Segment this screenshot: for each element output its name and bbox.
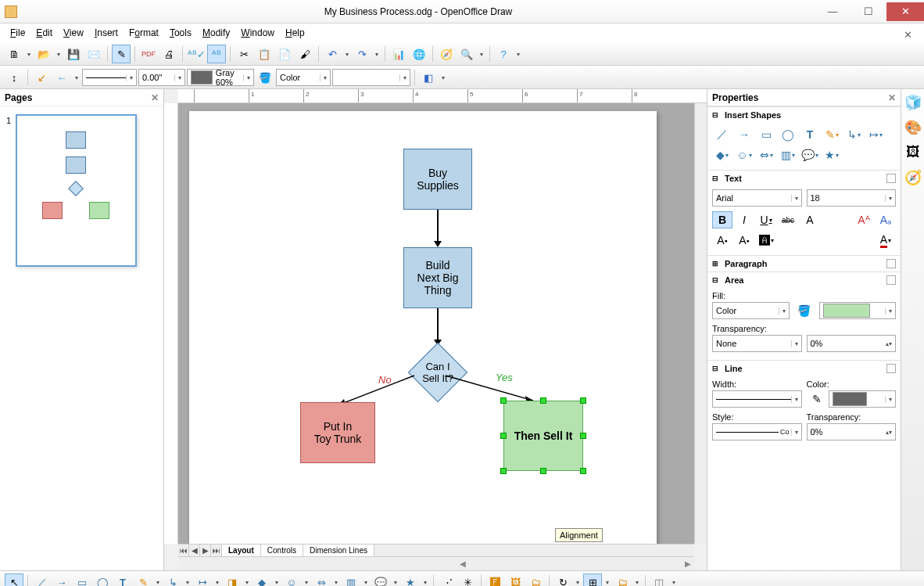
drawing-more[interactable]: ▾ <box>670 579 678 586</box>
paste-button[interactable]: 📄 <box>275 45 294 63</box>
line-arrow-tool[interactable]: ↦ <box>193 573 212 587</box>
arrow-style-button[interactable]: ↕ <box>5 68 23 87</box>
menu-tools[interactable]: Tools <box>164 25 197 41</box>
properties-tab-icon[interactable]: 🧊 <box>904 94 922 111</box>
pages-close-icon[interactable]: ✕ <box>151 92 159 103</box>
trans-mode-combo[interactable]: None▾ <box>712 335 802 352</box>
connector-1[interactable] <box>437 210 439 243</box>
section-paragraph[interactable]: Paragraph <box>725 259 767 268</box>
paragraph-more-icon[interactable] <box>886 259 896 268</box>
undo-dropdown[interactable]: ▾ <box>343 51 351 58</box>
rect-tool[interactable]: ▭ <box>756 126 776 143</box>
fill-mode-combo[interactable]: Color▾ <box>276 69 331 86</box>
properties-close-icon[interactable]: ✕ <box>888 92 896 103</box>
text-more-icon[interactable] <box>886 174 896 183</box>
menu-file[interactable]: File <box>5 25 30 41</box>
navigator-tab-icon[interactable]: 🧭 <box>904 169 922 186</box>
underline-button[interactable]: U▾ <box>756 211 776 228</box>
shape-put-trunk[interactable]: Put In Toy Trunk <box>300 402 375 463</box>
tab-first[interactable]: ⏮ <box>178 545 189 556</box>
toolbar2-more[interactable]: ▾ <box>439 74 447 81</box>
area-more-icon[interactable] <box>886 275 896 285</box>
fill-color-combo[interactable]: ▾ <box>332 69 410 86</box>
shape-can-sell[interactable]: Can I Sell It? <box>408 343 467 402</box>
line-color-combo[interactable]: Gray 60%▾ <box>187 69 254 86</box>
edit-button[interactable]: ✎ <box>112 45 131 63</box>
vertical-scrollbar[interactable] <box>694 103 707 544</box>
autospell-button[interactable]: ᴬᴮ <box>207 45 226 63</box>
line-style-combo[interactable]: ▾ <box>82 69 137 86</box>
hyperlink-button[interactable]: 🌐 <box>410 45 428 63</box>
line-width-combo[interactable]: ▾ <box>712 390 802 408</box>
tab-last[interactable]: ⏭ <box>211 545 222 556</box>
symbol-tool[interactable]: ☺ <box>282 573 301 587</box>
arrow-tool[interactable]: → <box>734 126 754 143</box>
font-color-button[interactable]: A▾ <box>876 232 896 249</box>
open-dropdown[interactable]: ▾ <box>55 51 63 58</box>
email-button[interactable]: ✉️ <box>84 45 103 63</box>
text-tool[interactable]: T <box>113 573 132 587</box>
font-size-combo[interactable]: 18▾ <box>807 189 897 207</box>
pencil-icon[interactable]: ✎ <box>807 390 827 408</box>
menu-format[interactable]: Format <box>124 25 164 41</box>
redo-button[interactable]: ↷ <box>353 45 371 63</box>
arrange-tool[interactable]: 🗂 <box>613 573 632 587</box>
navigator-button[interactable]: 🧭 <box>437 45 456 63</box>
styles-tab-icon[interactable]: 🎨 <box>904 119 922 136</box>
highlight-button[interactable]: 🅰▾ <box>756 232 776 249</box>
tab-prev[interactable]: ◀ <box>189 545 200 556</box>
line-tool[interactable]: ／ <box>712 126 732 143</box>
pdf-button[interactable]: PDF <box>139 45 158 63</box>
flowchart-tool[interactable]: ▥ <box>342 573 360 587</box>
increase-font-button[interactable]: Aᴬ <box>854 211 874 228</box>
text-tool[interactable]: T <box>800 126 820 143</box>
tab-controls[interactable]: Controls <box>261 545 303 556</box>
gallery-tab-icon[interactable]: 🖼 <box>904 144 922 161</box>
block-arrows-tool[interactable]: ⇔▾ <box>756 146 776 164</box>
line-arrow-button[interactable]: ← <box>52 68 71 87</box>
gallery-tool[interactable]: 🗂 <box>526 573 545 587</box>
new-dropdown[interactable]: ▾ <box>25 51 33 58</box>
page-thumbnail[interactable]: 1 <box>16 114 137 267</box>
tab-dimension[interactable]: Dimension Lines <box>303 545 374 556</box>
shadow-text-button[interactable]: A <box>800 211 820 228</box>
rotate-tool[interactable]: ↻ <box>553 573 572 587</box>
cut-button[interactable]: ✂ <box>235 45 253 63</box>
glue-points-tool[interactable]: ✳ <box>458 573 477 587</box>
alignment-tool[interactable]: ⊞ <box>583 573 602 587</box>
section-insert-shapes[interactable]: Insert Shapes <box>725 110 781 120</box>
menu-edit[interactable]: Edit <box>30 25 58 41</box>
sub-button[interactable]: A● <box>734 232 754 249</box>
shape-build-next[interactable]: Build Next Big Thing <box>403 247 472 308</box>
fill-mode-combo[interactable]: Color▾ <box>712 302 790 319</box>
zoom-button[interactable]: 🔍 <box>457 45 476 63</box>
callout-tool[interactable]: 💬▾ <box>800 146 820 164</box>
help-button[interactable]: ? <box>494 45 513 63</box>
spellcheck-button[interactable]: ᴬᴮ✓ <box>187 45 206 63</box>
super-button[interactable]: A● <box>712 232 732 249</box>
basic-shapes-tool[interactable]: ◆ <box>252 573 271 587</box>
copy-button[interactable]: 📋 <box>255 45 274 63</box>
curve-tool[interactable]: ✎ <box>134 573 152 587</box>
star-tool[interactable]: ★▾ <box>822 146 842 164</box>
ellipse-tool[interactable]: ◯ <box>93 573 112 587</box>
font-combo[interactable]: Arial▾ <box>712 189 802 207</box>
select-tool[interactable]: ↖ <box>5 573 23 587</box>
undo-button[interactable]: ↶ <box>323 45 342 63</box>
menu-help[interactable]: Help <box>280 25 310 41</box>
bold-button[interactable]: B <box>712 211 732 228</box>
format-paint-button[interactable]: 🖌 <box>295 45 314 63</box>
line-width-combo[interactable]: 0.00"▾ <box>138 69 185 86</box>
tab-layout[interactable]: Layout <box>222 545 261 556</box>
save-button[interactable]: 💾 <box>64 45 83 63</box>
menu-window[interactable]: Window <box>235 25 280 41</box>
line-more-icon[interactable] <box>886 364 896 373</box>
block-arrows-tool[interactable]: ⇔ <box>312 573 331 587</box>
document-close-icon[interactable]: ✕ <box>898 27 918 43</box>
close-button[interactable]: ✕ <box>886 2 924 21</box>
minimize-button[interactable]: — <box>815 2 851 21</box>
extrusion-tool[interactable]: ◫ <box>650 573 668 587</box>
horizontal-scrollbar[interactable]: ◀ ▶ <box>178 556 694 570</box>
symbol-tool[interactable]: ☺▾ <box>734 146 754 164</box>
fill-bucket-icon[interactable]: 🪣 <box>794 302 815 319</box>
